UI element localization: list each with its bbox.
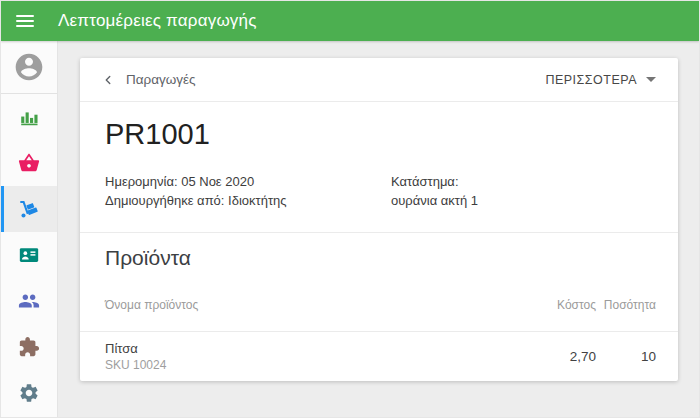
more-button-label: ΠΕΡΙΣΣΟΤΕΡΑ <box>545 73 637 87</box>
sidebar-item-integrations[interactable] <box>1 324 57 370</box>
sidebar-item-production[interactable] <box>1 186 57 232</box>
puzzle-icon <box>18 336 40 358</box>
column-header-cost: Κόστος <box>536 298 596 312</box>
sidebar-item-employees[interactable] <box>1 278 57 324</box>
store-label: Κατάστημα: <box>391 172 478 191</box>
more-button[interactable]: ΠΕΡΙΣΣΟΤΕΡΑ <box>545 73 656 87</box>
product-sku: SKU 10024 <box>105 357 536 373</box>
shopping-basket-icon <box>18 152 40 174</box>
gear-icon <box>18 382 40 404</box>
production-id-title: PR1001 <box>80 102 678 152</box>
info-column-left: Ημερομηνία: 05 Νοε 2020 Δημιουργήθηκε απ… <box>105 172 391 210</box>
chevron-left-icon <box>101 73 115 87</box>
page-title: Λεπτομέρειες παραγωγής <box>58 11 257 31</box>
sidebar-item-items[interactable] <box>1 140 57 186</box>
id-card-icon <box>18 244 40 266</box>
date-label: Ημερομηνία: <box>105 174 178 189</box>
top-app-bar: Λεπτομέρειες παραγωγής <box>1 1 699 41</box>
created-by-value: Ιδιοκτήτης <box>228 193 286 208</box>
product-name-cell: Πίτσα SKU 10024 <box>105 340 536 373</box>
bar-chart-icon <box>18 106 40 128</box>
product-qty: 10 <box>596 349 656 364</box>
products-section-title: Προϊόντα <box>80 233 678 271</box>
date-line: Ημερομηνία: 05 Νοε 2020 <box>105 172 391 191</box>
sidebar-item-reports[interactable] <box>1 94 57 140</box>
sidebar <box>1 41 58 418</box>
app-window: Λεπτομέρειες παραγωγής <box>0 0 700 418</box>
products-table-header: Όνομα προϊόντος Κόστος Ποσότητα <box>80 271 678 312</box>
sidebar-item-settings[interactable] <box>1 370 57 416</box>
production-info: Ημερομηνία: 05 Νοε 2020 Δημιουργήθηκε απ… <box>80 152 678 210</box>
account-circle-icon <box>13 51 45 83</box>
hand-truck-icon <box>18 198 40 220</box>
table-row[interactable]: Πίτσα SKU 10024 2,70 10 <box>80 332 678 381</box>
production-detail-card: Παραγωγές ΠΕΡΙΣΣΟΤΕΡΑ PR1001 Ημερομηνία:… <box>80 58 678 381</box>
product-cost: 2,70 <box>536 349 596 364</box>
back-link-label: Παραγωγές <box>126 72 196 87</box>
people-icon <box>18 290 40 312</box>
created-by-label: Δημιουργήθηκε από: <box>105 193 224 208</box>
caret-down-icon <box>646 77 656 82</box>
product-name: Πίτσα <box>105 340 536 357</box>
column-header-name: Όνομα προϊόντος <box>105 298 536 312</box>
column-header-qty: Ποσότητα <box>596 298 656 312</box>
menu-icon[interactable] <box>16 15 34 27</box>
date-value: 05 Νοε 2020 <box>181 174 254 189</box>
info-column-right: Κατάστημα: ουράνια ακτή 1 <box>391 172 478 210</box>
store-value: ουράνια ακτή 1 <box>391 191 478 210</box>
back-link[interactable]: Παραγωγές <box>101 72 196 87</box>
card-header: Παραγωγές ΠΕΡΙΣΣΟΤΕΡΑ <box>80 58 678 102</box>
sidebar-item-contacts[interactable] <box>1 232 57 278</box>
sidebar-item-profile[interactable] <box>1 41 57 94</box>
created-by-line: Δημιουργήθηκε από: Ιδιοκτήτης <box>105 191 391 210</box>
